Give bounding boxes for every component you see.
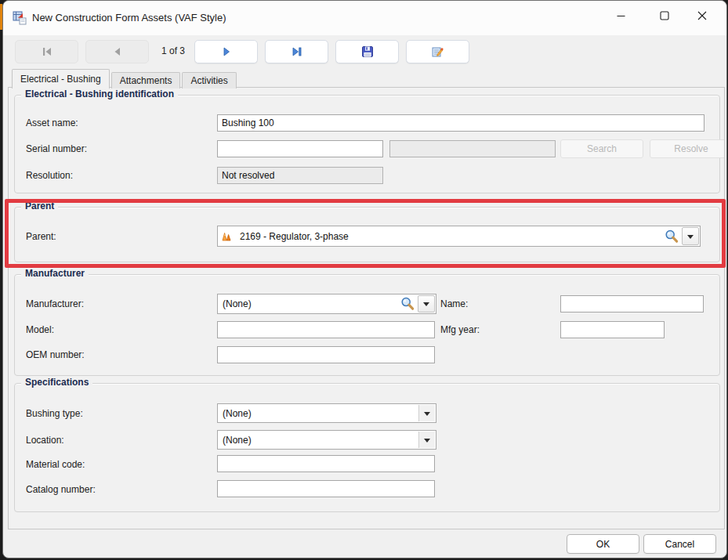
catalog-number-label: Catalog number:	[26, 484, 96, 495]
serial-number-secondary-field	[389, 140, 556, 157]
tab-strip: Electrical - Bushing Attachments Activit…	[12, 69, 238, 89]
identification-group-title: Electrical - Bushing identification	[21, 89, 178, 99]
maximize-icon	[660, 11, 669, 20]
save-button[interactable]	[335, 40, 399, 63]
chevron-down-icon	[423, 302, 429, 309]
last-record-button[interactable]	[265, 40, 328, 63]
parent-combo[interactable]: 2169 - Regulator, 3-phase	[217, 226, 701, 247]
chevron-down-icon	[687, 235, 694, 242]
mfg-year-input[interactable]	[560, 321, 665, 338]
minimize-icon	[617, 12, 625, 20]
ok-button[interactable]: OK	[567, 534, 639, 554]
model-label: Model:	[26, 324, 54, 335]
mfg-year-label: Mfg year:	[440, 324, 480, 335]
close-button[interactable]	[684, 1, 720, 31]
parent-group-title: Parent	[21, 201, 58, 211]
notepad-pencil-icon	[431, 45, 444, 58]
model-input[interactable]	[217, 321, 435, 338]
tab-activities[interactable]: Activities	[182, 72, 236, 89]
search-button[interactable]: Search	[560, 139, 643, 158]
app-icon	[13, 11, 27, 25]
specifications-group-title: Specifications	[21, 377, 92, 388]
skip-to-last-icon	[291, 46, 303, 57]
tab-page: Electrical - Bushing identification Asse…	[8, 87, 725, 529]
asset-name-label: Asset name:	[26, 117, 78, 128]
bushing-type-dropdown-button[interactable]	[418, 405, 435, 421]
chevron-down-icon	[424, 439, 430, 446]
previous-arrow-icon	[111, 46, 124, 57]
location-dropdown-button[interactable]	[418, 432, 435, 448]
material-code-input[interactable]	[217, 455, 435, 472]
save-floppy-icon	[361, 45, 374, 58]
screen: New Construction Form Assets (VAF Style)	[0, 0, 728, 560]
resolution-field	[217, 167, 383, 184]
oem-number-input[interactable]	[217, 346, 435, 363]
bushing-type-value[interactable]: (None)	[218, 408, 418, 419]
minimize-button[interactable]	[603, 1, 639, 31]
parent-value[interactable]: 2169 - Regulator, 3-phase	[235, 231, 662, 242]
serial-number-input[interactable]	[217, 140, 383, 157]
asset-name-input[interactable]	[217, 114, 704, 132]
manufacturer-group-title: Manufacturer	[21, 268, 89, 279]
parent-dropdown-button[interactable]	[682, 227, 699, 245]
tab-attachments[interactable]: Attachments	[111, 72, 181, 89]
chevron-down-icon	[424, 412, 430, 419]
name-label: Name:	[440, 298, 468, 309]
parent-label: Parent:	[26, 231, 56, 242]
location-select[interactable]: (None)	[217, 430, 436, 450]
next-record-button[interactable]	[194, 40, 258, 63]
skip-to-first-icon	[41, 46, 53, 57]
location-value[interactable]: (None)	[218, 435, 418, 446]
close-icon	[697, 11, 707, 20]
location-label: Location:	[26, 435, 64, 446]
cancel-button[interactable]: Cancel	[643, 534, 716, 554]
bushing-type-select[interactable]: (None)	[217, 403, 436, 423]
catalog-number-input[interactable]	[217, 480, 435, 497]
tab-electrical-bushing[interactable]: Electrical - Bushing	[12, 69, 110, 89]
resolve-button[interactable]: Resolve	[650, 139, 725, 158]
material-code-label: Material code:	[26, 459, 85, 470]
manufacturer-combo[interactable]: (None)	[217, 294, 436, 314]
edit-form-button[interactable]	[406, 40, 469, 63]
asset-icon	[218, 230, 235, 243]
first-record-button[interactable]	[15, 40, 78, 63]
titlebar: New Construction Form Assets (VAF Style)	[3, 1, 726, 35]
window-title: New Construction Form Assets (VAF Style)	[32, 12, 226, 23]
previous-record-button[interactable]	[85, 40, 149, 63]
serial-number-label: Serial number:	[26, 143, 87, 154]
resolution-label: Resolution:	[26, 170, 73, 181]
parent-search-magnifier-icon[interactable]	[662, 229, 681, 244]
name-input[interactable]	[560, 295, 704, 313]
manufacturer-dropdown-button[interactable]	[418, 295, 435, 313]
manufacturer-label: Manufacturer:	[26, 298, 84, 309]
manufacturer-search-magnifier-icon[interactable]	[398, 297, 417, 311]
bushing-type-label: Bushing type:	[26, 408, 83, 419]
dialog-window: New Construction Form Assets (VAF Style)	[2, 0, 727, 558]
maximize-button[interactable]	[647, 1, 683, 31]
oem-number-label: OEM number:	[26, 349, 85, 360]
manufacturer-value[interactable]: (None)	[218, 298, 398, 309]
next-arrow-icon	[220, 46, 233, 57]
record-position: 1 of 3	[154, 40, 193, 62]
